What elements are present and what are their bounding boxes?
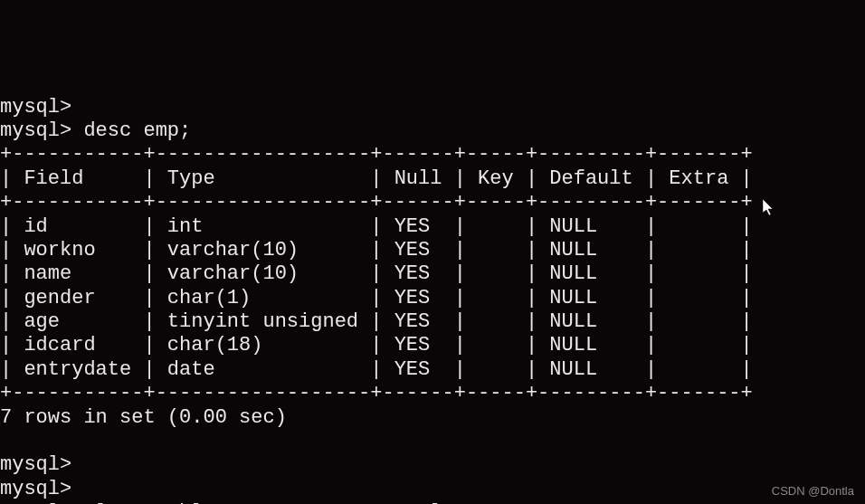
watermark-text: CSDN @Dontla (772, 484, 854, 499)
terminal-output: mysql> mysql> desc emp; +-----------+---… (0, 96, 865, 504)
